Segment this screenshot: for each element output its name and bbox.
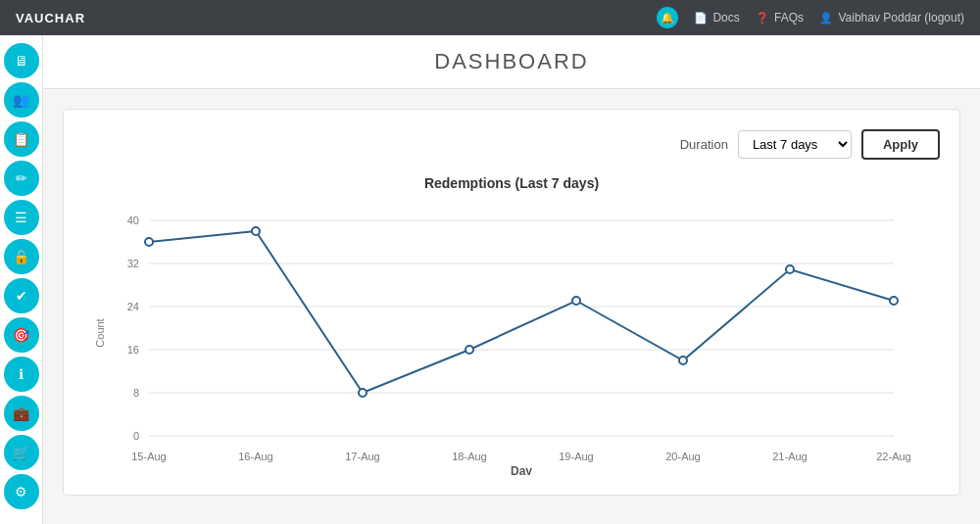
duration-bar: Duration Last 7 days Last 30 days Last 9…	[83, 129, 940, 160]
svg-point-25	[466, 346, 473, 354]
svg-point-22	[145, 238, 153, 246]
notification-bell-icon[interactable]: 🔔	[657, 7, 678, 28]
svg-point-28	[786, 265, 794, 273]
svg-point-26	[572, 297, 580, 305]
sidebar-item-check[interactable]: ✔	[4, 278, 39, 313]
user-icon: 👤	[819, 12, 833, 24]
svg-text:Day: Day	[511, 464, 532, 475]
top-nav: VAUCHAR 🔔 📄 Docs ❓ FAQs 👤 Vaibhav Poddar…	[0, 0, 980, 35]
main-layout: 🖥 👥 📋 ✏ ☰ 🔒 ✔ 🎯 ℹ 💼 🛒 ⚙ DASHBOARD Durati…	[0, 35, 980, 524]
sidebar: 🖥 👥 📋 ✏ ☰ 🔒 ✔ 🎯 ℹ 💼 🛒 ⚙	[0, 35, 43, 524]
sidebar-item-users[interactable]: 👥	[4, 82, 39, 118]
dashboard-content: Duration Last 7 days Last 30 days Last 9…	[43, 89, 980, 524]
duration-label: Duration	[680, 137, 728, 152]
svg-text:17-Aug: 17-Aug	[345, 451, 379, 462]
sidebar-item-target[interactable]: 🎯	[4, 317, 39, 353]
svg-point-23	[252, 227, 260, 235]
sidebar-item-reports[interactable]: 📋	[4, 121, 39, 157]
sidebar-item-edit[interactable]: ✏	[4, 161, 39, 196]
chart-container: 0 8 16 24 32 40 Count 15-Aug 16-Aug 17	[83, 201, 940, 475]
svg-text:0: 0	[133, 430, 139, 442]
svg-text:19-Aug: 19-Aug	[559, 451, 593, 462]
nav-right: 🔔 📄 Docs ❓ FAQs 👤 Vaibhav Poddar (logout…	[657, 7, 964, 28]
duration-select[interactable]: Last 7 days Last 30 days Last 90 days	[738, 130, 852, 159]
svg-point-24	[359, 389, 367, 397]
app-logo: VAUCHAR	[16, 11, 85, 25]
svg-text:16-Aug: 16-Aug	[238, 451, 272, 462]
chart-svg: 0 8 16 24 32 40 Count 15-Aug 16-Aug 17	[83, 201, 940, 475]
sidebar-item-dashboard[interactable]: 🖥	[4, 43, 39, 78]
svg-text:16: 16	[127, 344, 139, 356]
faqs-link[interactable]: ❓ FAQs	[756, 11, 804, 24]
svg-text:15-Aug: 15-Aug	[131, 451, 166, 462]
svg-text:32: 32	[127, 258, 139, 269]
svg-point-29	[890, 297, 898, 305]
sidebar-item-cart[interactable]: 🛒	[4, 435, 39, 470]
docs-icon: 📄	[694, 12, 708, 24]
chart-card: Duration Last 7 days Last 30 days Last 9…	[63, 109, 960, 496]
svg-point-27	[679, 357, 687, 364]
sidebar-item-settings[interactable]: ⚙	[4, 474, 39, 509]
svg-text:20-Aug: 20-Aug	[665, 451, 700, 462]
svg-text:40: 40	[127, 214, 139, 226]
svg-text:18-Aug: 18-Aug	[452, 451, 486, 462]
faqs-icon: ❓	[756, 12, 769, 24]
docs-link[interactable]: 📄 Docs	[694, 11, 740, 24]
sidebar-item-menu[interactable]: ☰	[4, 200, 39, 235]
user-menu-link[interactable]: 👤 Vaibhav Poddar (logout)	[819, 11, 964, 24]
svg-text:21-Aug: 21-Aug	[772, 451, 807, 462]
svg-text:22-Aug: 22-Aug	[876, 451, 910, 462]
chart-title: Redemptions (Last 7 days)	[83, 175, 940, 191]
sidebar-item-briefcase[interactable]: 💼	[4, 396, 39, 431]
page-title: DASHBOARD	[43, 49, 980, 74]
apply-button[interactable]: Apply	[861, 129, 940, 160]
svg-text:24: 24	[127, 301, 139, 312]
svg-text:8: 8	[133, 387, 139, 399]
sidebar-item-info[interactable]: ℹ	[4, 357, 39, 392]
sidebar-item-security[interactable]: 🔒	[4, 239, 39, 274]
page-header: DASHBOARD	[43, 35, 980, 89]
main-area: DASHBOARD Duration Last 7 days Last 30 d…	[43, 35, 980, 524]
svg-text:Count: Count	[94, 318, 106, 347]
